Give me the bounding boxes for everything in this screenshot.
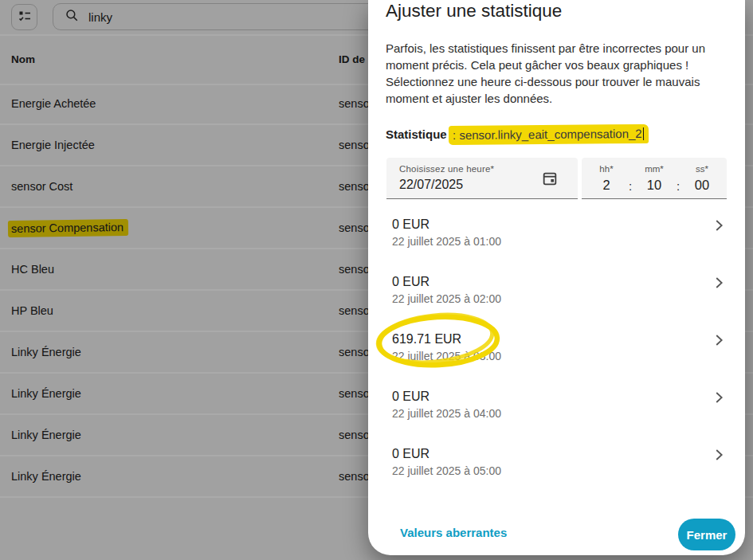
hours-label: hh* (588, 164, 625, 174)
chevron-right-icon (710, 331, 728, 352)
chevron-right-icon (710, 389, 728, 409)
date-picker-field[interactable]: Choisissez une heure* 22/07/2025 (386, 158, 578, 199)
date-picker-value: 22/07/2025 (399, 178, 463, 192)
minutes-value[interactable]: 10 (636, 178, 673, 193)
item-datetime: 22 juillet 2025 à 05:00 (392, 464, 501, 477)
chevron-right-icon (710, 217, 728, 237)
dialog-description: Parfois, les statistiques finissent par … (386, 40, 727, 107)
chevron-right-icon (710, 274, 728, 295)
time-picker-field: hh* 2 : mm* 10 : ss* 00 (582, 158, 727, 199)
item-datetime: 22 juillet 2025 à 04:00 (392, 407, 501, 420)
item-datetime: 22 juillet 2025 à 01:00 (392, 235, 501, 248)
statistic-list-item[interactable]: 0 EUR 22 juillet 2025 à 05:00 (368, 443, 745, 500)
chevron-right-icon (710, 446, 728, 467)
item-value: 619.71 EUR (392, 332, 461, 347)
minutes-input[interactable]: mm* 10 (636, 158, 673, 198)
statistic-line: Statistique: sensor.linky_eait_compensat… (386, 125, 649, 144)
dialog-title: Ajuster une statistique (386, 1, 562, 22)
time-separator: : (625, 158, 636, 198)
close-button[interactable]: Fermer (678, 519, 735, 550)
outliers-button[interactable]: Valeurs aberrantes (400, 526, 507, 539)
statistic-list-item-circled[interactable]: 619.71 EUR 22 juillet 2025 à 03:00 (368, 328, 745, 386)
statistic-label: Statistique (386, 127, 447, 141)
item-datetime: 22 juillet 2025 à 02:00 (392, 292, 501, 305)
item-value: 0 EUR (392, 390, 429, 404)
seconds-value[interactable]: 00 (684, 178, 720, 193)
calendar-icon[interactable] (541, 170, 559, 190)
statistic-id-highlight-annotation: : sensor.linky_eait_compensation_2 (449, 124, 649, 145)
minutes-label: mm* (636, 164, 673, 174)
statistic-id-value: sensor.linky_eait_compensation_2 (459, 127, 641, 142)
seconds-label: ss* (684, 164, 720, 174)
item-value: 0 EUR (392, 217, 429, 232)
statistic-separator: : (453, 128, 456, 142)
seconds-input[interactable]: ss* 00 (684, 158, 720, 198)
date-picker-label: Choisissez une heure* (399, 164, 494, 174)
item-value: 0 EUR (392, 275, 429, 289)
text-caret (642, 127, 644, 140)
adjust-statistic-dialog: Ajuster une statistique Parfois, les sta… (368, 0, 745, 555)
item-value: 0 EUR (392, 447, 429, 461)
statistic-list-item[interactable]: 0 EUR 22 juillet 2025 à 04:00 (368, 386, 745, 443)
statistic-list-item[interactable]: 0 EUR 22 juillet 2025 à 02:00 (368, 271, 745, 328)
hours-input[interactable]: hh* 2 (588, 158, 625, 198)
time-separator: : (673, 158, 684, 198)
item-datetime: 22 juillet 2025 à 03:00 (392, 350, 501, 362)
statistic-list-item[interactable]: 0 EUR 22 juillet 2025 à 01:00 (368, 213, 745, 271)
statistic-values-list: 0 EUR 22 juillet 2025 à 01:00 0 EUR 22 j… (368, 213, 745, 500)
screen: Nom ID de la Energie Achetée sensor Ener… (0, 0, 753, 560)
hours-value[interactable]: 2 (588, 178, 625, 193)
